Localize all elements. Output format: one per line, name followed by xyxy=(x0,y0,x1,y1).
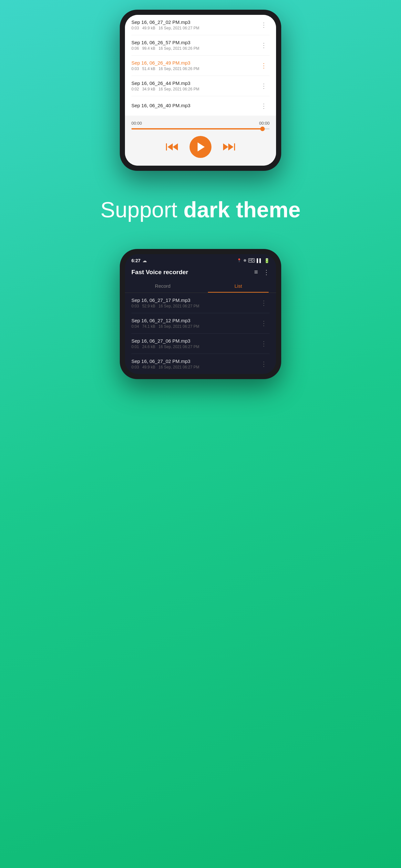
table-row: Sep 16, 06_27_02 PM.mp3 0:03 49.9 kB 16 … xyxy=(131,15,270,35)
recording-name: Sep 16, 06_27_12 PM.mp3 xyxy=(131,318,199,323)
progress-thumb xyxy=(260,127,265,131)
app-bar: Fast Voice recorder ≡ ⋮ xyxy=(125,265,276,279)
more-options-icon[interactable]: ⋮ xyxy=(258,359,270,369)
player-time-row: 00:00 00:00 xyxy=(131,121,270,126)
status-icons: 📍 ⊕ HD ▌▌ 🔋 xyxy=(237,258,270,263)
table-row: Sep 16, 06_26_57 PM.mp3 0:06 99.4 kB 16 … xyxy=(131,35,270,56)
player-time-total: 00:00 xyxy=(259,121,270,126)
play-button[interactable] xyxy=(189,136,212,158)
bottom-phone-frame: 6:27 ☁ 📍 ⊕ HD ▌▌ 🔋 Fast Voice recorder ≡… xyxy=(120,249,281,379)
support-text-section: Support dark theme xyxy=(0,171,401,249)
player-area: 00:00 00:00 xyxy=(125,116,276,166)
time-display: 6:27 xyxy=(131,258,141,263)
support-text-bold: dark theme xyxy=(183,197,301,222)
recording-name: Sep 16, 06_27_06 PM.mp3 xyxy=(131,338,199,344)
top-recording-list: Sep 16, 06_27_02 PM.mp3 0:03 49.9 kB 16 … xyxy=(125,15,276,116)
dark-recording-list: Sep 16, 06_27_17 PM.mp3 0:03 52.9 kB 16 … xyxy=(125,293,276,374)
fast-forward-button[interactable] xyxy=(223,144,235,151)
recording-name: Sep 16, 06_27_17 PM.mp3 xyxy=(131,298,199,303)
more-options-icon[interactable]: ⋮ xyxy=(258,20,270,30)
more-options-icon[interactable]: ⋮ xyxy=(258,101,270,111)
tab-bar: Record List xyxy=(125,279,276,293)
table-row: Sep 16, 06_27_17 PM.mp3 0:03 52.9 kB 16 … xyxy=(131,293,270,313)
app-title: Fast Voice recorder xyxy=(131,269,188,276)
recording-name: Sep 16, 06_27_02 PM.mp3 xyxy=(131,359,199,364)
player-controls xyxy=(131,136,270,158)
more-options-icon[interactable]: ⋮ xyxy=(258,298,270,308)
top-phone-screen: Sep 16, 06_27_02 PM.mp3 0:03 49.9 kB 16 … xyxy=(125,15,276,166)
recording-name: Sep 16, 06_26_40 PM.mp3 xyxy=(131,103,190,108)
more-options-icon[interactable]: ⋮ xyxy=(258,318,270,329)
recording-meta: 0:03 52.9 kB 16 Sep, 2021 06:27 PM xyxy=(131,304,199,308)
battery-icon: 🔋 xyxy=(264,258,270,263)
recording-name: Sep 16, 06_26_44 PM.mp3 xyxy=(131,81,199,86)
recording-meta: 0:03 49.9 kB 16 Sep, 2021 06:27 PM xyxy=(131,26,199,30)
wifi-icon: ⊕ xyxy=(243,258,246,262)
more-options-icon-active[interactable]: ⋮ xyxy=(258,60,270,71)
table-row: Sep 16, 06_26_44 PM.mp3 0:02 34.9 kB 16 … xyxy=(131,76,270,96)
weather-icon: ☁ xyxy=(143,258,147,263)
recording-meta: 0:03 49.9 kB 16 Sep, 2021 06:27 PM xyxy=(131,365,199,369)
top-phone-wrapper: Sep 16, 06_27_02 PM.mp3 0:03 49.9 kB 16 … xyxy=(0,0,401,171)
hd-icon: HD xyxy=(248,258,255,262)
location-icon: 📍 xyxy=(237,258,242,262)
table-row: Sep 16, 06_27_06 PM.mp3 0:01 24.6 kB 16 … xyxy=(131,334,270,354)
more-options-icon[interactable]: ⋮ xyxy=(258,81,270,91)
tab-record[interactable]: Record xyxy=(125,279,201,292)
progress-bar[interactable] xyxy=(131,128,270,129)
status-bar: 6:27 ☁ 📍 ⊕ HD ▌▌ 🔋 xyxy=(125,254,276,265)
play-icon xyxy=(197,143,205,151)
sort-icon[interactable]: ≡ xyxy=(254,268,258,276)
rewind-button[interactable] xyxy=(166,144,178,151)
recording-name-active: Sep 16, 06_26_49 PM.mp3 xyxy=(131,60,199,66)
table-row: Sep 16, 06_26_40 PM.mp3 ⋮ xyxy=(131,96,270,116)
more-options-icon[interactable]: ⋮ xyxy=(258,338,270,349)
recording-meta: 0:02 34.9 kB 16 Sep, 2021 06:26 PM xyxy=(131,87,199,91)
progress-fill xyxy=(131,128,263,129)
rewind-icon xyxy=(166,144,178,151)
app-bar-icons: ≡ ⋮ xyxy=(254,268,270,276)
recording-meta: 0:04 74.1 kB 16 Sep, 2021 06:27 PM xyxy=(131,324,199,329)
table-row: Sep 16, 06_27_02 PM.mp3 0:03 49.9 kB 16 … xyxy=(131,354,270,374)
recording-meta: 0:01 24.6 kB 16 Sep, 2021 06:27 PM xyxy=(131,345,199,349)
more-options-icon[interactable]: ⋮ xyxy=(258,40,270,51)
tab-list[interactable]: List xyxy=(201,279,276,292)
support-text-regular: Support xyxy=(100,197,183,222)
more-menu-icon[interactable]: ⋮ xyxy=(263,268,270,276)
fast-forward-icon xyxy=(223,144,235,151)
recording-meta: 0:03 51.4 kB 16 Sep, 2021 06:26 PM xyxy=(131,66,199,71)
table-row: Sep 16, 06_26_49 PM.mp3 0:03 51.4 kB 16 … xyxy=(131,56,270,76)
recording-name: Sep 16, 06_27_02 PM.mp3 xyxy=(131,20,199,25)
bottom-phone-wrapper: 6:27 ☁ 📍 ⊕ HD ▌▌ 🔋 Fast Voice recorder ≡… xyxy=(0,249,401,399)
player-time-current: 00:00 xyxy=(131,121,142,126)
status-time: 6:27 ☁ xyxy=(131,258,147,263)
recording-meta: 0:06 99.4 kB 16 Sep, 2021 06:26 PM xyxy=(131,46,199,51)
recording-name: Sep 16, 06_26_57 PM.mp3 xyxy=(131,40,199,45)
bottom-phone-screen: 6:27 ☁ 📍 ⊕ HD ▌▌ 🔋 Fast Voice recorder ≡… xyxy=(125,254,276,374)
support-text: Support dark theme xyxy=(19,197,382,223)
top-phone-frame: Sep 16, 06_27_02 PM.mp3 0:03 49.9 kB 16 … xyxy=(120,10,281,171)
signal-icon: ▌▌ xyxy=(257,258,262,263)
table-row: Sep 16, 06_27_12 PM.mp3 0:04 74.1 kB 16 … xyxy=(131,313,270,334)
